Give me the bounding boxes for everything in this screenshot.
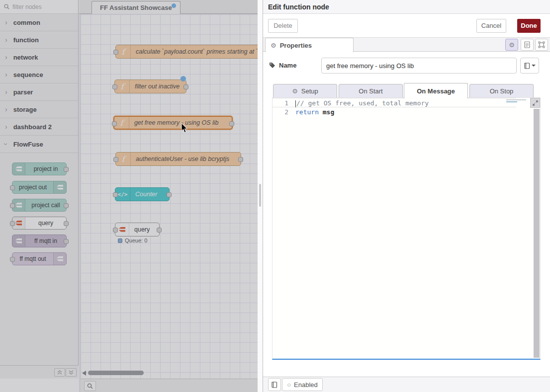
scroll-left-arrow[interactable] bbox=[82, 371, 86, 376]
properties-icon-button[interactable]: ⚙ bbox=[505, 39, 518, 51]
palette-filter-input[interactable] bbox=[12, 3, 67, 10]
tab-on-message[interactable]: On Message bbox=[404, 83, 468, 98]
gear-icon: ⚙ bbox=[509, 41, 515, 49]
input-port[interactable] bbox=[10, 221, 15, 226]
text-cursor bbox=[295, 100, 296, 107]
enabled-toggle-button[interactable]: ○ Enabled bbox=[282, 378, 323, 391]
node-query[interactable]: query bbox=[115, 223, 160, 236]
expand-editor-button[interactable] bbox=[530, 98, 540, 108]
horizontal-scrollbar[interactable] bbox=[88, 371, 144, 375]
input-port[interactable] bbox=[113, 157, 118, 162]
palette-footer bbox=[0, 365, 79, 379]
palette-category-common[interactable]: ›common bbox=[0, 14, 78, 31]
document-icon bbox=[524, 41, 530, 48]
flow-tab[interactable]: FF Assistant Showcase bbox=[92, 1, 181, 14]
tab-on-stop[interactable]: On Stop bbox=[469, 84, 534, 98]
chevron-right-icon: › bbox=[5, 106, 7, 113]
chevron-right-icon: › bbox=[5, 71, 7, 78]
output-port[interactable] bbox=[64, 167, 69, 172]
editor-scrollbar[interactable] bbox=[534, 109, 540, 358]
palette-category-function[interactable]: ›function bbox=[0, 31, 78, 49]
palette-category-storage[interactable]: ›storage bbox=[0, 101, 78, 118]
output-port[interactable] bbox=[64, 203, 69, 208]
palette-category-flowfuse[interactable]: ›FlowFuse bbox=[0, 136, 78, 153]
tab-on-start[interactable]: On Start bbox=[339, 84, 403, 98]
input-port[interactable] bbox=[112, 121, 117, 126]
collapse-all-button[interactable] bbox=[54, 368, 65, 377]
name-label: Name bbox=[269, 62, 296, 69]
output-port[interactable] bbox=[157, 228, 162, 233]
palette-node-project-in[interactable]: project in bbox=[12, 162, 67, 175]
flowfuse-icon bbox=[12, 163, 25, 175]
output-port[interactable] bbox=[64, 221, 69, 226]
chevron-right-icon: › bbox=[5, 54, 7, 61]
editor-minimap bbox=[506, 99, 528, 106]
output-port[interactable] bbox=[167, 192, 172, 197]
node-status: Queue: 0 bbox=[118, 237, 147, 243]
output-port[interactable] bbox=[238, 157, 243, 162]
done-button[interactable]: Done bbox=[517, 19, 541, 33]
gear-icon: ⚙ bbox=[292, 87, 298, 95]
palette-category-parser[interactable]: ›parser bbox=[0, 83, 78, 101]
code-line: 1// get OS free, used, total memory bbox=[273, 98, 516, 107]
library-button[interactable] bbox=[268, 378, 281, 391]
output-port[interactable] bbox=[229, 121, 234, 126]
name-field-row: Name bbox=[263, 52, 550, 79]
magnifier-icon bbox=[87, 383, 93, 389]
chevron-right-icon: › bbox=[5, 88, 7, 95]
tray-footer: ○ Enabled bbox=[263, 377, 550, 392]
search-flows-button[interactable] bbox=[84, 381, 96, 391]
node-filter-out-inactive[interactable]: f filter out inactive bbox=[114, 79, 186, 93]
changed-dot bbox=[181, 76, 186, 81]
node-red-window: ›common ›function ›network ›sequence ›pa… bbox=[0, 0, 550, 392]
code-editor[interactable]: 1// get OS free, used, total memory 2ret… bbox=[272, 97, 541, 360]
input-port[interactable] bbox=[113, 192, 118, 197]
output-port[interactable] bbox=[183, 84, 188, 89]
output-port[interactable] bbox=[64, 239, 69, 244]
input-port[interactable] bbox=[10, 185, 15, 190]
palette-category-sequence[interactable]: ›sequence bbox=[0, 66, 78, 83]
palette-category-network[interactable]: ›network bbox=[0, 49, 78, 66]
book-icon bbox=[272, 382, 277, 388]
tab-setup[interactable]: ⚙Setup bbox=[273, 84, 337, 98]
library-dropdown-button[interactable] bbox=[520, 58, 539, 74]
properties-tab[interactable]: ⚙ Properties bbox=[265, 38, 354, 52]
cancel-button[interactable]: Cancel bbox=[476, 19, 506, 33]
node-authenticate-user[interactable]: f authenticateUser - use lib bcryptjs bbox=[115, 152, 241, 166]
node-counter[interactable]: </> Counter bbox=[115, 187, 170, 201]
flow-canvas[interactable]: f calculate `payload.count` primes start… bbox=[81, 14, 258, 379]
description-icon-button[interactable] bbox=[521, 39, 534, 51]
double-chevron-down-icon bbox=[69, 370, 74, 375]
chevron-right-icon: › bbox=[5, 36, 7, 43]
input-port[interactable] bbox=[113, 50, 118, 55]
modified-dot bbox=[172, 3, 176, 8]
node-calculate-primes[interactable]: f calculate `payload.count` primes start… bbox=[115, 45, 258, 59]
node-get-free-memory[interactable]: f get free memory - using OS lib bbox=[113, 116, 233, 130]
gear-icon: ⚙ bbox=[271, 42, 276, 49]
input-port[interactable] bbox=[10, 203, 15, 208]
palette-node-ff-mqtt-out[interactable]: ff mqtt out bbox=[12, 252, 67, 265]
palette-node-project-out[interactable]: project out bbox=[12, 181, 67, 194]
palette-node-ff-mqtt-in[interactable]: ff mqtt in bbox=[12, 235, 67, 247]
code-line: 2return msg bbox=[273, 107, 540, 117]
input-port[interactable] bbox=[112, 84, 117, 89]
palette-node-project-call[interactable]: project call bbox=[12, 199, 67, 212]
tray-toolbar: Delete Cancel Done bbox=[263, 14, 550, 38]
input-port[interactable] bbox=[10, 257, 15, 262]
palette-sidebar: ›common ›function ›network ›sequence ›pa… bbox=[0, 0, 79, 379]
flowfuse-icon bbox=[53, 253, 66, 265]
chevron-down-icon: › bbox=[2, 143, 9, 146]
tray-title: Edit function node bbox=[263, 0, 550, 14]
palette-category-dashboard2[interactable]: ›dashboard 2 bbox=[0, 118, 78, 136]
delete-button[interactable]: Delete bbox=[268, 19, 298, 33]
canvas-footer bbox=[81, 379, 258, 392]
tray-resize-handle[interactable] bbox=[258, 0, 263, 392]
appearance-icon-button[interactable] bbox=[535, 39, 548, 51]
palette-node-query[interactable]: query bbox=[12, 217, 67, 230]
flowfuse-icon bbox=[12, 235, 25, 247]
name-input[interactable] bbox=[321, 58, 517, 74]
input-port[interactable] bbox=[113, 228, 118, 233]
resize-grip bbox=[259, 184, 261, 207]
palette-search[interactable] bbox=[0, 0, 78, 14]
expand-all-button[interactable] bbox=[66, 368, 77, 377]
